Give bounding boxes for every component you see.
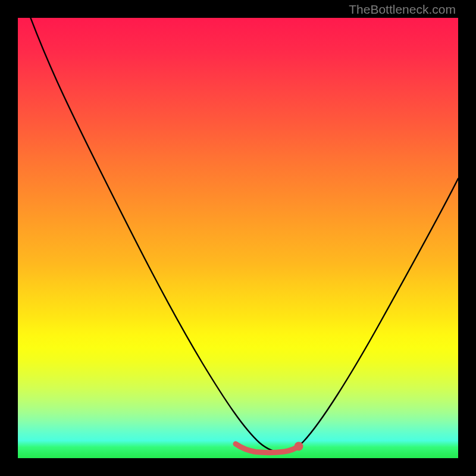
plot-area	[18, 18, 458, 458]
mismatch-curve	[18, 18, 458, 452]
accent-endpoint-dot	[295, 442, 303, 451]
watermark-text: TheBottleneck.com	[349, 2, 456, 17]
curve-layer	[18, 18, 458, 458]
